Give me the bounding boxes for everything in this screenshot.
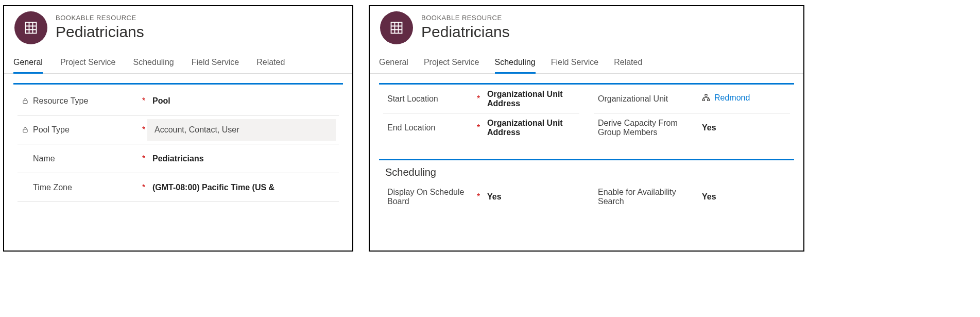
svg-rect-0 bbox=[26, 23, 37, 34]
field-label: Enable for Availability Search bbox=[598, 188, 697, 206]
field-label: Display On Schedule Board bbox=[387, 188, 471, 206]
lookup-text: Redmond bbox=[714, 93, 750, 103]
svg-rect-2 bbox=[23, 129, 27, 132]
entity-icon bbox=[14, 11, 47, 44]
tab-related[interactable]: Related bbox=[614, 54, 642, 74]
required-marker: * bbox=[475, 94, 482, 104]
field-label: Time Zone bbox=[33, 183, 136, 192]
section-title-scheduling: Scheduling bbox=[383, 160, 790, 182]
field-label: End Location bbox=[387, 123, 471, 132]
field-value: Yes bbox=[697, 123, 790, 132]
field-value: Pediatricians bbox=[147, 154, 339, 163]
lock-icon bbox=[22, 126, 29, 134]
field-display-on-board[interactable]: Display On Schedule Board * Yes bbox=[383, 182, 579, 211]
field-pool-type[interactable]: Pool Type * Account, Contact, User bbox=[18, 115, 339, 144]
field-organizational-unit[interactable]: Organizational Unit bbox=[594, 85, 790, 113]
required-marker: * bbox=[475, 192, 482, 202]
required-marker: * bbox=[140, 154, 147, 163]
field-label: Pool Type bbox=[33, 125, 136, 135]
record-header: BOOKABLE RESOURCE Pediatricians bbox=[4, 6, 352, 44]
tab-general[interactable]: General bbox=[379, 54, 408, 74]
required-marker: * bbox=[140, 183, 147, 192]
required-marker: * bbox=[140, 96, 147, 106]
tab-general[interactable]: General bbox=[13, 54, 43, 74]
field-label: Derive Capacity From Group Members bbox=[598, 119, 697, 137]
field-resource-type[interactable]: Resource Type * Pool bbox=[18, 87, 339, 115]
svg-rect-4 bbox=[705, 94, 707, 96]
required-marker: * bbox=[140, 125, 147, 135]
field-time-zone[interactable]: Time Zone * (GMT-08:00) Pacific Time (US… bbox=[18, 173, 339, 202]
tab-project-service[interactable]: Project Service bbox=[60, 54, 116, 74]
panel-general: BOOKABLE RESOURCE Pediatricians General … bbox=[3, 5, 353, 252]
hierarchy-icon bbox=[702, 94, 710, 102]
field-label: Organizational Unit bbox=[598, 94, 697, 104]
field-value: Yes bbox=[482, 192, 579, 202]
field-value: (GMT-08:00) Pacific Time (US & bbox=[147, 183, 339, 192]
svg-rect-1 bbox=[23, 100, 27, 103]
tabs: General Project Service Scheduling Field… bbox=[4, 54, 352, 74]
field-enable-availability[interactable]: Enable for Availability Search Yes bbox=[594, 182, 790, 211]
field-label: Start Location bbox=[387, 94, 471, 104]
tab-field-service[interactable]: Field Service bbox=[551, 54, 598, 74]
entity-eyebrow: BOOKABLE RESOURCE bbox=[421, 14, 510, 22]
field-label: Resource Type bbox=[33, 96, 136, 106]
field-start-location[interactable]: Start Location * Organizational Unit Add… bbox=[383, 85, 579, 113]
field-value: Account, Contact, User bbox=[147, 119, 336, 141]
field-value: Yes bbox=[697, 192, 790, 202]
field-value: Organizational Unit Address bbox=[482, 119, 579, 137]
entity-eyebrow: BOOKABLE RESOURCE bbox=[56, 14, 144, 22]
field-end-location[interactable]: End Location * Organizational Unit Addre… bbox=[383, 113, 579, 142]
tab-project-service[interactable]: Project Service bbox=[424, 54, 479, 74]
record-title: Pediatricians bbox=[56, 23, 144, 41]
tabs: General Project Service Scheduling Field… bbox=[370, 54, 803, 74]
field-label: Name bbox=[33, 154, 136, 163]
required-marker: * bbox=[475, 123, 482, 132]
lookup-value[interactable]: Redmond bbox=[702, 93, 750, 103]
tab-related[interactable]: Related bbox=[256, 54, 285, 74]
field-derive-capacity[interactable]: Derive Capacity From Group Members Yes bbox=[594, 113, 790, 142]
entity-icon bbox=[380, 11, 413, 44]
field-value: Organizational Unit Address bbox=[482, 90, 579, 108]
svg-rect-3 bbox=[391, 23, 402, 34]
svg-rect-6 bbox=[708, 99, 710, 101]
panel-scheduling: BOOKABLE RESOURCE Pediatricians General … bbox=[369, 5, 804, 252]
tab-field-service[interactable]: Field Service bbox=[192, 54, 239, 74]
record-title: Pediatricians bbox=[421, 23, 510, 41]
tab-scheduling[interactable]: Scheduling bbox=[133, 54, 174, 74]
field-name[interactable]: Name * Pediatricians bbox=[18, 144, 339, 173]
lock-icon bbox=[22, 97, 29, 105]
field-value: Pool bbox=[147, 96, 339, 106]
svg-rect-5 bbox=[702, 99, 704, 101]
record-header: BOOKABLE RESOURCE Pediatricians bbox=[370, 6, 803, 44]
tab-scheduling[interactable]: Scheduling bbox=[495, 54, 536, 74]
